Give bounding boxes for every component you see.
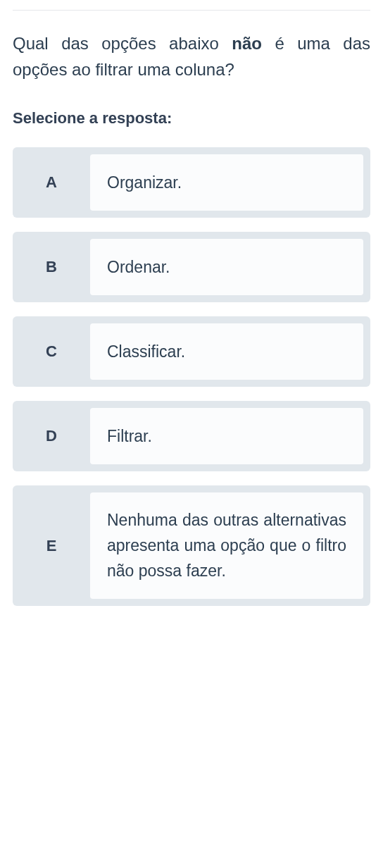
option-c[interactable]: CClassificar. — [13, 316, 370, 387]
answer-instruction: Selecione a resposta: — [13, 109, 370, 128]
option-text: Organizar. — [90, 154, 363, 211]
options-list: AOrganizar.BOrdenar.CClassificar.DFiltra… — [13, 147, 370, 606]
option-b[interactable]: BOrdenar. — [13, 232, 370, 302]
option-text: Classificar. — [90, 323, 363, 380]
question-text: Qual das opções abaixo não é uma das opç… — [13, 30, 370, 82]
option-letter: D — [13, 408, 90, 464]
option-letter: E — [13, 492, 90, 599]
option-letter: B — [13, 239, 90, 295]
option-text: Filtrar. — [90, 408, 363, 464]
question-pre: Qual das opções abaixo — [13, 34, 232, 53]
option-letter: C — [13, 323, 90, 380]
option-letter: A — [13, 154, 90, 211]
option-e[interactable]: ENenhuma das outras alternativas apresen… — [13, 485, 370, 606]
option-d[interactable]: DFiltrar. — [13, 401, 370, 471]
option-a[interactable]: AOrganizar. — [13, 147, 370, 218]
top-divider — [13, 10, 370, 11]
option-text: Ordenar. — [90, 239, 363, 295]
question-bold: não — [232, 34, 262, 53]
option-text: Nenhuma das outras alternativas apresent… — [90, 492, 363, 599]
